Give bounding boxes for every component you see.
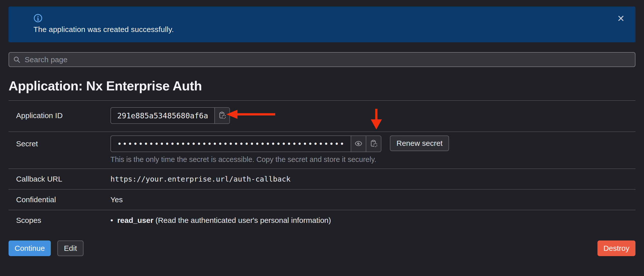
application-id-label: Application ID xyxy=(16,107,110,124)
row-callback-url: Callback URL https://your.enterprise.url… xyxy=(9,168,635,189)
banner-close-button[interactable]: ✕ xyxy=(615,13,626,24)
continue-button[interactable]: Continue xyxy=(9,240,51,256)
edit-button[interactable]: Edit xyxy=(57,240,84,256)
application-id-field: 291e885a53485680af6a xyxy=(110,107,230,124)
close-icon: ✕ xyxy=(617,13,625,24)
scopes-label: Scopes xyxy=(16,216,110,225)
application-details-table: Application ID 291e885a53485680af6a xyxy=(9,100,635,230)
row-confidential: Confidential Yes xyxy=(9,189,635,210)
confidential-value: Yes xyxy=(110,195,123,204)
row-scopes: Scopes • read_user (Read the authenticat… xyxy=(9,210,635,230)
scope-description: (Read the authenticated user's personal … xyxy=(155,216,331,224)
callback-url-label: Callback URL xyxy=(16,175,110,183)
copy-to-clipboard-icon xyxy=(370,140,377,148)
row-secret: Secret •••••••••••••••••••••••••••••••••… xyxy=(9,131,635,168)
scope-name: read_user xyxy=(117,216,153,224)
application-page: The application was created successfully… xyxy=(0,0,644,256)
destroy-button[interactable]: Destroy xyxy=(597,240,635,256)
copy-application-id-button[interactable] xyxy=(214,108,229,123)
secret-label: Secret xyxy=(16,135,110,152)
renew-secret-button[interactable]: Renew secret xyxy=(390,135,449,151)
confidential-label: Confidential xyxy=(16,195,110,204)
search-input[interactable] xyxy=(24,55,631,64)
scope-bullet: • xyxy=(110,216,113,224)
page-search-bar[interactable] xyxy=(9,52,635,67)
search-icon xyxy=(13,56,21,63)
eye-icon xyxy=(355,140,362,148)
footer-actions: Continue Edit Destroy xyxy=(9,240,635,256)
row-application-id: Application ID 291e885a53485680af6a xyxy=(9,100,635,131)
secret-helper-text: This is the only time the secret is acce… xyxy=(110,155,449,164)
scopes-value: • read_user (Read the authenticated user… xyxy=(110,216,331,225)
reveal-secret-button[interactable] xyxy=(351,136,366,152)
callback-url-value: https://your.enterprise.url/auth-callbac… xyxy=(110,175,291,183)
info-circle-icon xyxy=(33,14,43,23)
page-title: Application: Nx Enterprise Auth xyxy=(9,78,635,93)
application-id-value: 291e885a53485680af6a xyxy=(111,108,214,123)
copy-secret-button[interactable] xyxy=(366,136,381,152)
copy-to-clipboard-icon xyxy=(218,112,226,120)
success-banner: The application was created successfully… xyxy=(9,7,635,42)
banner-message: The application was created successfully… xyxy=(33,25,608,34)
secret-field: ••••••••••••••••••••••••••••••••••••••••… xyxy=(110,135,381,152)
secret-masked-value: ••••••••••••••••••••••••••••••••••••••••… xyxy=(111,136,351,152)
